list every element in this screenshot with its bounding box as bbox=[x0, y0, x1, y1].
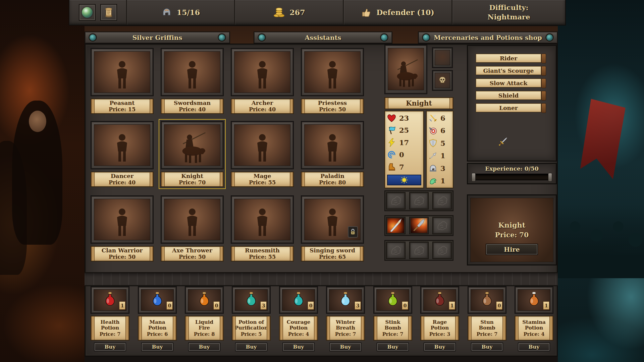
unit-card-knight-selected[interactable]: KnightPrice: 70 bbox=[161, 121, 224, 187]
unit-portrait bbox=[164, 51, 220, 93]
potion-price: Price: 6 bbox=[147, 331, 168, 337]
fiery-blade-icon bbox=[387, 218, 405, 234]
potion-name: Rage Potion bbox=[425, 319, 455, 331]
undead-crowd-silhouette bbox=[558, 204, 644, 278]
armor-helmet-icon bbox=[429, 164, 437, 173]
ability-row-2 bbox=[384, 215, 453, 236]
unit-price: Price: 50 bbox=[179, 254, 206, 260]
ability-row-1 bbox=[384, 190, 453, 211]
stat-value: 3 bbox=[440, 164, 445, 173]
potion-card-stink-bomb: 0 Stink BombPrice: 7 Buy bbox=[373, 286, 412, 351]
unit-portrait bbox=[94, 199, 150, 240]
unit-silhouette bbox=[316, 128, 349, 166]
unit-card-axe-thrower[interactable]: Axe ThrowerPrice: 50 bbox=[161, 195, 224, 261]
unit-card-runesmith[interactable]: RunesmithPrice: 55 bbox=[231, 195, 294, 261]
buy-button[interactable]: Buy bbox=[330, 343, 361, 351]
unit-name: Swordsman bbox=[174, 100, 211, 106]
potion-slot[interactable]: 0 bbox=[185, 286, 224, 314]
potion-slot[interactable]: 1 bbox=[420, 286, 459, 314]
unit-stats-title: Knight bbox=[384, 97, 453, 109]
unit-card-peasant[interactable]: PeasantPrice: 15 bbox=[91, 48, 154, 114]
morale-flag-icon bbox=[387, 126, 396, 135]
world-map-button[interactable] bbox=[79, 4, 96, 21]
difficulty-value: Nightmare bbox=[487, 13, 530, 21]
potion-slot[interactable]: 3 bbox=[326, 286, 365, 314]
potion-slot[interactable]: 1 bbox=[91, 286, 129, 314]
unit-card-archer[interactable]: ArcherPrice: 40 bbox=[231, 48, 294, 114]
potion-count-badge: 0 bbox=[496, 301, 502, 310]
unit-card-priestess[interactable]: PriestessPrice: 50 bbox=[301, 48, 364, 114]
unit-card-singing-sword[interactable]: Singing swordPrice: 65 bbox=[301, 195, 364, 261]
potion-count-badge: 3 bbox=[260, 301, 267, 310]
unit-silhouette bbox=[246, 55, 279, 93]
potion-name: Stamina Potion bbox=[519, 319, 549, 331]
ability-slot-empty bbox=[409, 192, 429, 209]
tab-ornament-icon bbox=[380, 34, 388, 42]
unit-card-dancer[interactable]: DancerPrice: 40 bbox=[91, 121, 154, 187]
unit-card-clan-warrior[interactable]: Clan WarriorPrice: 50 bbox=[91, 195, 154, 261]
potion-name: Potion of Purification bbox=[234, 319, 268, 331]
unit-name: Knight bbox=[181, 173, 203, 179]
potion-slot[interactable]: 3 bbox=[232, 286, 271, 314]
tab-silver-griffins[interactable]: Silver Griffins bbox=[85, 32, 230, 44]
potion-price: Price: 8 bbox=[194, 331, 215, 337]
potion-bottle-icon bbox=[480, 291, 494, 309]
stat-value: 23 bbox=[399, 114, 409, 122]
perk-rider[interactable]: Rider bbox=[476, 54, 541, 63]
buy-button[interactable]: Buy bbox=[424, 343, 455, 351]
unit-portrait bbox=[234, 51, 290, 93]
lock-icon bbox=[350, 228, 356, 236]
equipment-slot-empty bbox=[432, 47, 453, 68]
perk-loner[interactable]: Loner bbox=[476, 103, 541, 112]
potion-price: Price: 3 bbox=[429, 331, 450, 337]
buy-button[interactable]: Buy bbox=[283, 343, 314, 351]
potion-slot[interactable]: 0 bbox=[468, 286, 506, 314]
tab-assistants[interactable]: Assistants bbox=[254, 32, 392, 44]
hire-button[interactable]: Hire bbox=[486, 244, 537, 254]
globe-icon bbox=[82, 7, 93, 18]
magic-swirl-icon bbox=[387, 150, 396, 159]
unit-name: Priestess bbox=[318, 100, 347, 106]
tab-mercenaries-shop[interactable]: Mercenaries and Potions shop bbox=[418, 32, 558, 44]
potion-card-courage: 0 Courage PotionPrice: 4 Buy bbox=[279, 286, 318, 351]
stat-value: 0 bbox=[399, 150, 404, 159]
buy-button[interactable]: Buy bbox=[189, 343, 220, 351]
buy-button[interactable]: Buy bbox=[142, 343, 173, 351]
buy-button[interactable]: Buy bbox=[236, 343, 267, 351]
coins-icon bbox=[273, 7, 285, 18]
buy-button[interactable]: Buy bbox=[95, 343, 125, 351]
unit-card-paladin[interactable]: PaladinPrice: 80 bbox=[301, 121, 364, 187]
perk-slow-attack[interactable]: Slow Attack bbox=[476, 78, 541, 87]
stat-energy: 17 bbox=[387, 138, 421, 147]
potion-slot[interactable]: 0 bbox=[373, 286, 412, 314]
stats-column-right: 6 6 5 1 3 bbox=[426, 111, 453, 188]
buy-button[interactable]: Buy bbox=[377, 343, 408, 351]
stat-poison: 1 bbox=[429, 177, 451, 185]
unit-name: Clan Warrior bbox=[102, 247, 143, 254]
unit-silhouette bbox=[105, 128, 139, 166]
poison-claw-icon bbox=[429, 177, 437, 185]
skull-icon bbox=[438, 76, 447, 85]
tab-ornament-icon bbox=[89, 34, 97, 42]
unit-card-mage[interactable]: MagePrice: 55 bbox=[231, 121, 294, 187]
buy-button[interactable]: Buy bbox=[519, 343, 549, 351]
potion-slot[interactable]: 0 bbox=[138, 286, 177, 314]
buy-button[interactable]: Buy bbox=[472, 343, 502, 351]
potion-count-badge: 3 bbox=[355, 301, 361, 310]
ability-piercing-shot[interactable] bbox=[409, 217, 429, 234]
ability-fiery-blade[interactable] bbox=[386, 217, 406, 234]
unit-silhouette bbox=[175, 55, 209, 93]
unit-name: Peasant bbox=[110, 100, 135, 106]
perk-shield[interactable]: Shield bbox=[476, 91, 541, 100]
quest-scroll-button[interactable] bbox=[100, 4, 117, 21]
unit-card-swordsman[interactable]: SwordsmanPrice: 40 bbox=[161, 48, 224, 114]
helmet-icon bbox=[161, 7, 172, 18]
unit-price: Price: 55 bbox=[249, 254, 276, 260]
potion-slot[interactable]: 0 bbox=[279, 286, 318, 314]
gold-section: 267 bbox=[235, 0, 344, 25]
difficulty-label: Difficulty: bbox=[489, 3, 528, 12]
perk-giants-scourge[interactable]: Giant's Scourge bbox=[476, 66, 541, 75]
potion-slot[interactable]: 1 bbox=[515, 286, 553, 314]
griffin-emboss-icon bbox=[412, 244, 426, 257]
unit-silhouette bbox=[105, 55, 139, 93]
